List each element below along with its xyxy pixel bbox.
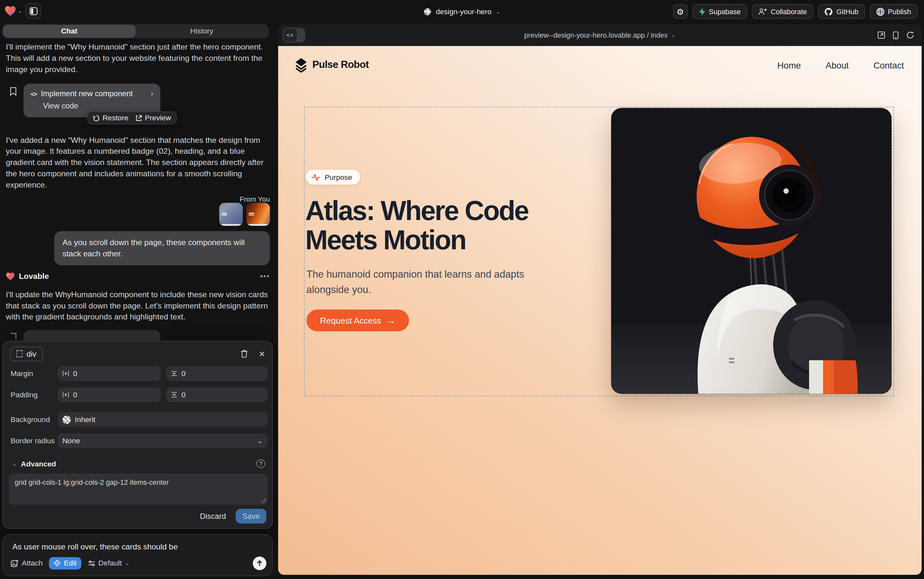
- padding-y-input[interactable]: 0: [166, 387, 268, 402]
- settings-button[interactable]: ⚙: [673, 4, 688, 19]
- margin-y-input[interactable]: 0: [166, 366, 268, 381]
- preview-panel: <> preview--design-your-hero.lovable.app…: [278, 24, 922, 575]
- tab-chat[interactable]: Chat: [3, 25, 135, 38]
- open-in-new-tab-button[interactable]: [877, 31, 885, 39]
- mobile-view-button[interactable]: [893, 31, 899, 39]
- purpose-badge-label: Purpose: [325, 173, 352, 182]
- assistant-message-3: I'll update the WhyHumanoid component to…: [6, 289, 270, 322]
- delete-element-button[interactable]: [240, 350, 248, 358]
- layers-logo-icon: [294, 57, 307, 72]
- request-access-label: Request Access: [320, 316, 381, 325]
- preview-url-bar[interactable]: preview--design-your-hero.lovable.app / …: [278, 24, 922, 46]
- toggle-sidebar-button[interactable]: [26, 3, 41, 19]
- github-label: GitHub: [836, 7, 858, 16]
- sidebar-panel-icon: [29, 7, 38, 15]
- publish-label: Publish: [888, 7, 911, 16]
- attachment-image-2[interactable]: [246, 203, 270, 226]
- hero-robot-image: [611, 108, 891, 394]
- arrow-right-icon: →: [387, 316, 395, 325]
- send-arrow-icon: [256, 560, 263, 566]
- site-nav: Home About Contact: [777, 60, 904, 70]
- site-brand[interactable]: Pulse Robot: [294, 57, 369, 72]
- edit-mode-button[interactable]: Edit: [49, 557, 82, 569]
- tab-history[interactable]: History: [135, 25, 268, 38]
- transparency-swatch-icon: [62, 415, 71, 424]
- gear-icon: ⚙: [676, 7, 684, 16]
- close-icon[interactable]: ✕: [259, 349, 265, 358]
- restore-label: Restore: [103, 114, 128, 122]
- margin-x-input[interactable]: 0: [58, 366, 161, 381]
- more-options-icon[interactable]: •••: [260, 272, 270, 280]
- attach-button[interactable]: Attach: [11, 559, 43, 568]
- chevron-down-icon: ⌄: [256, 436, 263, 445]
- padding-x-input[interactable]: 0: [58, 387, 161, 402]
- github-icon: [824, 7, 833, 16]
- site-header: Pulse Robot Home About Contact: [278, 46, 922, 83]
- code-icon: <>: [31, 90, 37, 97]
- element-inspector: div ✕ Margin 0 0 Padding 0: [2, 341, 273, 529]
- target-icon: [54, 559, 61, 566]
- project-switcher[interactable]: design-your-hero ⌄: [423, 0, 501, 23]
- model-mode-select[interactable]: Default ⌄: [88, 559, 129, 568]
- app-window: ⌄ design-your-hero ⌄ ⚙: [0, 0, 924, 579]
- top-bar: ⌄ design-your-hero ⌄ ⚙: [0, 0, 924, 23]
- border-radius-select[interactable]: None ⌄: [58, 433, 268, 448]
- attach-image-icon: [11, 559, 19, 567]
- chat-history-tabs: Chat History: [2, 24, 268, 38]
- advanced-section-toggle[interactable]: Advanced: [21, 460, 56, 468]
- margin-x-icon: [62, 370, 69, 377]
- nav-about[interactable]: About: [826, 60, 849, 70]
- chat-composer[interactable]: As user mouse roll over, these cards sho…: [2, 534, 273, 576]
- padding-y-value: 0: [182, 391, 186, 399]
- preview-button[interactable]: Preview: [135, 114, 171, 122]
- assistant-name: Lovable: [19, 272, 49, 280]
- github-button[interactable]: GitHub: [818, 4, 865, 19]
- selected-element-pill[interactable]: div: [10, 347, 43, 361]
- classes-textarea[interactable]: grid grid-cols-1 lg:grid-cols-2 gap-12 i…: [9, 473, 268, 505]
- attachment-image-1[interactable]: [219, 203, 243, 226]
- border-radius-value: None: [62, 437, 80, 445]
- site-brand-name: Pulse Robot: [312, 59, 369, 71]
- chevron-down-icon: ⌄: [18, 8, 23, 14]
- version-hover-toolbar: Restore Preview: [87, 111, 177, 124]
- lovable-heart-icon: [5, 5, 16, 16]
- attachment-thumbnails: [219, 203, 270, 226]
- background-value: Inherit: [75, 415, 95, 424]
- view-code-link[interactable]: View code: [31, 101, 153, 110]
- margin-label: Margin: [11, 370, 33, 378]
- project-name: design-your-hero: [436, 8, 491, 16]
- nav-home[interactable]: Home: [777, 60, 801, 70]
- publish-button[interactable]: Publish: [870, 4, 917, 19]
- nav-contact[interactable]: Contact: [873, 60, 904, 70]
- bookmark-icon[interactable]: [9, 333, 17, 340]
- help-icon[interactable]: ?: [256, 460, 265, 468]
- sliders-icon: [88, 560, 95, 566]
- discard-button[interactable]: Discard: [200, 512, 226, 520]
- chat-panel: Chat History I'll implement the "Why Hum…: [0, 23, 278, 579]
- restore-button[interactable]: Restore: [93, 114, 129, 122]
- request-access-button[interactable]: Request Access →: [306, 309, 409, 331]
- supabase-label: Supabase: [709, 7, 741, 16]
- padding-x-value: 0: [73, 391, 77, 399]
- chevron-down-icon: ⌄: [671, 32, 676, 38]
- background-input[interactable]: Inherit: [58, 412, 268, 427]
- composer-input[interactable]: As user mouse roll over, these cards sho…: [12, 542, 263, 551]
- padding-label: Padding: [11, 391, 38, 399]
- purpose-badge: Purpose: [306, 170, 360, 185]
- component-card-title: Implement new component: [41, 89, 133, 98]
- margin-y-value: 0: [182, 369, 186, 378]
- save-button[interactable]: Save: [236, 509, 266, 524]
- assistant-header: Lovable •••: [6, 272, 270, 280]
- lovable-menu-button[interactable]: ⌄: [5, 5, 23, 16]
- collaborate-button[interactable]: Collaborate: [752, 4, 813, 19]
- refresh-button[interactable]: [906, 31, 914, 39]
- padding-x-icon: [62, 391, 69, 398]
- bookmark-icon[interactable]: [9, 87, 17, 96]
- attach-label: Attach: [22, 559, 43, 568]
- chevron-right-icon: ›: [151, 90, 153, 98]
- hero-subheading: The humanoid companion that learns and a…: [306, 267, 542, 298]
- edit-label: Edit: [64, 559, 77, 568]
- supabase-button[interactable]: Supabase: [692, 4, 747, 19]
- send-button[interactable]: [253, 556, 266, 570]
- element-outline-icon: [16, 350, 22, 357]
